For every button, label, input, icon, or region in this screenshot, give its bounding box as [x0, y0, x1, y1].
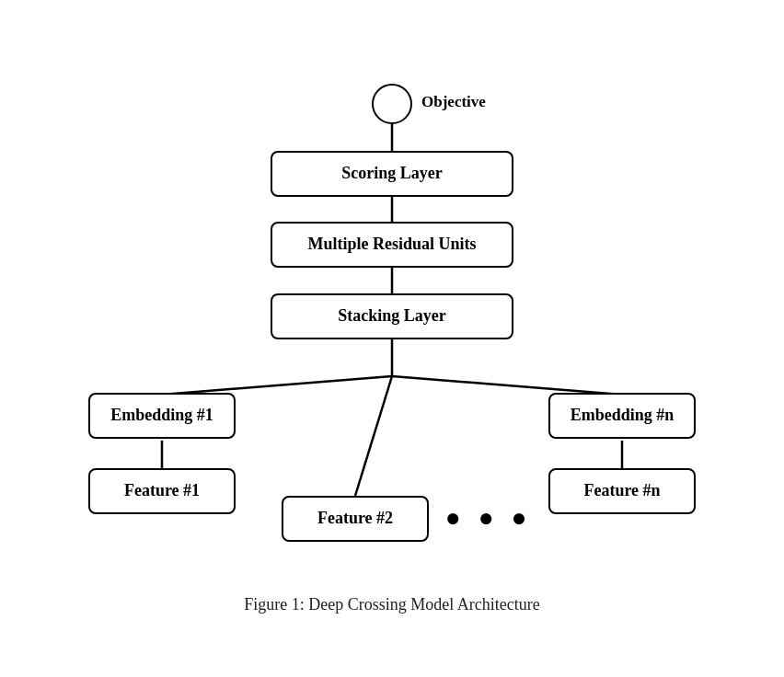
scoring-layer-label: Scoring Layer [341, 164, 443, 183]
residual-units-label: Multiple Residual Units [307, 235, 476, 254]
featureN-label: Feature #n [583, 481, 660, 500]
scoring-layer-box: Scoring Layer [271, 151, 513, 197]
figure-caption: Figure 1: Deep Crossing Model Architectu… [244, 595, 539, 614]
embeddingN-label: Embedding #n [571, 406, 674, 425]
dots-separator: ● ● ● [445, 503, 533, 533]
svg-line-4 [162, 376, 392, 395]
objective-label: Objective [421, 93, 486, 111]
svg-line-5 [355, 376, 392, 496]
stacking-layer-label: Stacking Layer [338, 306, 446, 326]
embedding1-label: Embedding #1 [110, 406, 213, 425]
feature1-label: Feature #1 [124, 481, 200, 500]
featureN-box: Feature #n [548, 468, 696, 514]
objective-node [372, 84, 412, 124]
feature1-box: Feature #1 [88, 468, 236, 514]
embeddingN-box: Embedding #n [548, 393, 696, 439]
diagram-area: Objective Scoring Layer Multiple Residua… [70, 63, 714, 579]
feature2-box: Feature #2 [282, 496, 429, 542]
residual-units-box: Multiple Residual Units [271, 222, 513, 268]
feature2-label: Feature #2 [317, 509, 393, 528]
embedding1-box: Embedding #1 [88, 393, 236, 439]
diagram-container: Objective Scoring Layer Multiple Residua… [0, 45, 784, 633]
stacking-layer-box: Stacking Layer [271, 293, 513, 339]
svg-line-6 [392, 376, 622, 395]
